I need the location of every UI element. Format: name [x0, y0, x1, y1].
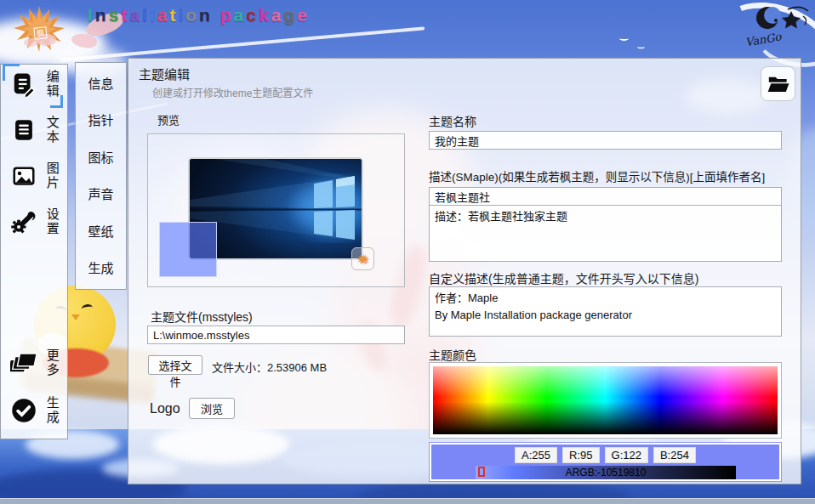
description-author-input[interactable]	[429, 187, 782, 206]
color-spectrum-picker[interactable]	[433, 366, 778, 434]
app-title: Installation package	[88, 5, 310, 25]
title-letter: p	[220, 5, 234, 25]
app-window: 枫 Installation package VanGo 编辑	[0, 0, 815, 504]
section-menu: 信息 指针 图标 声音 壁纸 生成	[75, 62, 127, 290]
title-bar: 枫 Installation package VanGo	[0, 0, 815, 58]
left-sidebar: 编辑 文本 图片 设置 更多	[0, 64, 68, 439]
theme-color-label: 主题颜色	[429, 346, 476, 363]
theme-editor-panel: 主题编辑 创建或打开修改theme主题配置文件 预览	[128, 58, 801, 484]
menu-item-info[interactable]: 信息	[76, 74, 126, 92]
red-badge: R:95	[562, 447, 599, 463]
title-letter	[213, 5, 220, 25]
open-file-button[interactable]	[761, 66, 795, 101]
page-title: 主题编辑	[139, 65, 190, 82]
green-badge: G:122	[605, 447, 648, 463]
argb-value-text: ARGB:-10519810	[476, 466, 736, 479]
title-letter: c	[246, 5, 259, 25]
title-letter: i	[178, 5, 185, 25]
page-subtitle: 创建或打开修改theme主题配置文件	[152, 85, 313, 99]
title-letter: I	[88, 5, 95, 25]
blue-badge: B:254	[653, 447, 696, 463]
theme-file-path-input[interactable]	[147, 326, 405, 344]
theme-name-input[interactable]	[429, 131, 782, 150]
preview-box	[147, 133, 405, 287]
title-letter: n	[199, 5, 213, 25]
title-letter: e	[297, 5, 310, 25]
logo-label: Logo	[150, 401, 180, 416]
sidebar-item-image[interactable]: 图片	[1, 161, 69, 190]
alpha-badge: A:255	[515, 447, 557, 463]
sidebar-item-label: 生成	[43, 396, 60, 425]
sidebar-item-label: 编辑	[43, 70, 60, 99]
artist-signature: VanGo	[738, 4, 812, 54]
layers-icon	[9, 348, 38, 377]
brightness-slider[interactable]: ARGB:-10519810	[476, 466, 736, 479]
sidebar-item-text[interactable]: 文本	[1, 116, 69, 144]
sidebar-item-label: 文本	[43, 116, 60, 144]
title-letter: a	[234, 5, 247, 25]
mini-maple-logo[interactable]	[351, 247, 374, 270]
sidebar-item-label: 图片	[43, 161, 60, 190]
preview-label: 预览	[157, 111, 180, 127]
choose-file-button[interactable]: 选择文件	[148, 355, 202, 375]
logo-badge: 枫	[33, 26, 47, 39]
title-letter: l	[150, 5, 157, 25]
title-letter: t	[169, 5, 178, 25]
document-icon	[9, 116, 38, 144]
title-letter: a	[129, 5, 142, 25]
menu-item-sound[interactable]: 声音	[76, 184, 126, 202]
title-letter: l	[142, 5, 150, 25]
title-letter: g	[283, 5, 297, 25]
custom-description-textarea[interactable]: 作者：Maple By Maple Installation package g…	[429, 286, 782, 337]
maple-leaf-logo: 枫	[12, 3, 66, 54]
theme-file-label: 主题文件(msstyles)	[151, 308, 253, 325]
theme-color-swatch[interactable]	[159, 222, 217, 277]
selection-bracket	[50, 95, 63, 108]
sidebar-item-settings[interactable]: 设置	[1, 207, 69, 236]
sidebar-item-edit[interactable]: 编辑	[1, 70, 69, 99]
title-letter: t	[121, 5, 129, 25]
selection-bracket	[3, 64, 20, 81]
sidebar-item-label: 设置	[43, 207, 60, 236]
argb-panel: A:255 R:95 G:122 B:254 ARGB:-10519810	[429, 442, 782, 482]
title-letter: n	[95, 5, 109, 25]
theme-name-label: 主题名称	[429, 112, 476, 129]
check-circle-icon	[9, 396, 38, 425]
menu-item-pointer[interactable]: 指针	[76, 110, 126, 128]
slider-handle[interactable]	[478, 467, 485, 477]
custom-description-label: 自定义描述(生成普通主题，文件开头写入以下信息)	[429, 269, 698, 286]
title-letter: a	[157, 5, 170, 25]
menu-item-wallpaper[interactable]: 壁纸	[76, 222, 126, 240]
sidebar-item-more[interactable]: 更多	[1, 348, 69, 377]
argb-badges: A:255 R:95 G:122 B:254	[430, 447, 781, 463]
image-icon	[9, 161, 38, 190]
menu-item-generate[interactable]: 生成	[76, 258, 126, 276]
sidebar-item-label: 更多	[43, 348, 60, 377]
description-textarea[interactable]: 描述：若枫主题社独家主题	[429, 205, 782, 262]
color-spectrum-container	[429, 362, 782, 439]
title-letter: a	[271, 5, 284, 25]
title-letter: o	[185, 5, 199, 25]
maple-leaf-icon	[356, 252, 370, 266]
open-folder-icon	[767, 72, 789, 95]
menu-item-icon[interactable]: 图标	[76, 148, 126, 166]
browse-logo-button[interactable]: 浏览	[189, 398, 235, 419]
sidebar-item-generate[interactable]: 生成	[1, 396, 69, 425]
title-letter: k	[259, 5, 271, 25]
description-label: 描述(SMaple)(如果生成若枫主题，则显示以下信息)[上面填作者名]	[429, 167, 765, 184]
tools-icon	[9, 207, 38, 236]
title-letter: s	[109, 5, 122, 25]
bottom-edge-strip	[0, 498, 815, 504]
file-size-text: 文件大小：2.53906 MB	[212, 359, 327, 375]
